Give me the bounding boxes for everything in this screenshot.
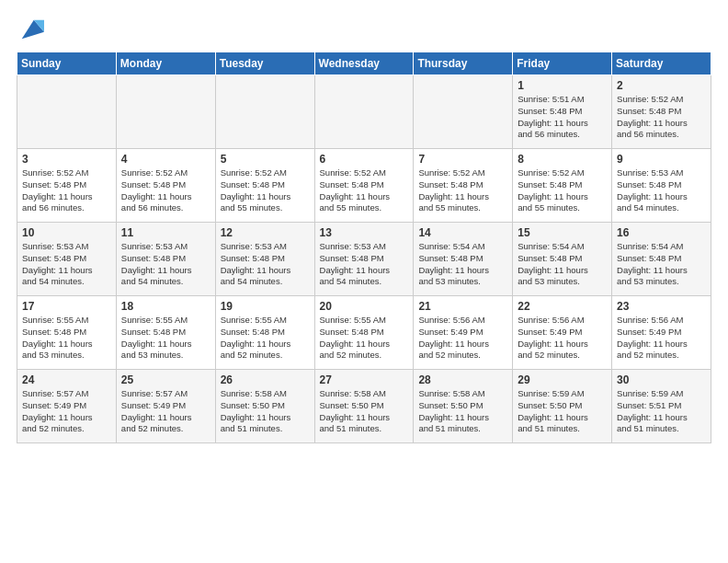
day-info: Sunrise: 5:54 AMSunset: 5:48 PMDaylight:…	[617, 241, 706, 288]
day-number: 8	[518, 153, 607, 166]
day-number: 23	[617, 300, 706, 313]
day-info: Sunrise: 5:56 AMSunset: 5:49 PMDaylight:…	[418, 315, 507, 362]
day-cell: 9Sunrise: 5:53 AMSunset: 5:48 PMDaylight…	[612, 149, 711, 223]
day-info: Sunrise: 5:56 AMSunset: 5:49 PMDaylight:…	[617, 315, 706, 362]
day-number: 12	[221, 226, 310, 239]
day-info: Sunrise: 5:55 AMSunset: 5:48 PMDaylight:…	[121, 315, 210, 362]
day-number: 11	[121, 226, 210, 239]
day-cell	[215, 75, 314, 149]
day-number: 13	[320, 226, 409, 239]
day-number: 4	[121, 153, 210, 166]
weekday-header-thursday: Thursday	[414, 52, 513, 75]
day-number: 15	[518, 226, 607, 239]
day-number: 27	[320, 373, 409, 386]
day-number: 28	[418, 373, 507, 386]
day-info: Sunrise: 5:52 AMSunset: 5:48 PMDaylight:…	[22, 167, 111, 214]
day-cell: 6Sunrise: 5:52 AMSunset: 5:48 PMDaylight…	[314, 149, 414, 223]
day-cell: 21Sunrise: 5:56 AMSunset: 5:49 PMDayligh…	[414, 296, 513, 370]
day-info: Sunrise: 5:52 AMSunset: 5:48 PMDaylight:…	[418, 167, 507, 214]
day-cell: 5Sunrise: 5:52 AMSunset: 5:48 PMDaylight…	[215, 149, 314, 223]
day-cell: 11Sunrise: 5:53 AMSunset: 5:48 PMDayligh…	[116, 223, 215, 296]
day-info: Sunrise: 5:55 AMSunset: 5:48 PMDaylight:…	[22, 315, 111, 362]
day-cell: 17Sunrise: 5:55 AMSunset: 5:48 PMDayligh…	[17, 296, 117, 370]
day-cell: 24Sunrise: 5:57 AMSunset: 5:49 PMDayligh…	[17, 370, 117, 443]
week-row-1: 1Sunrise: 5:51 AMSunset: 5:48 PMDaylight…	[17, 75, 711, 149]
calendar: SundayMondayTuesdayWednesdayThursdayFrid…	[17, 52, 711, 443]
day-info: Sunrise: 5:53 AMSunset: 5:48 PMDaylight:…	[617, 167, 706, 214]
day-cell: 8Sunrise: 5:52 AMSunset: 5:48 PMDaylight…	[513, 149, 612, 223]
page: SundayMondayTuesdayWednesdayThursdayFrid…	[0, 0, 728, 563]
day-cell: 19Sunrise: 5:55 AMSunset: 5:48 PMDayligh…	[215, 296, 314, 370]
day-info: Sunrise: 5:55 AMSunset: 5:48 PMDaylight:…	[320, 315, 409, 362]
day-number: 17	[22, 300, 111, 313]
day-cell: 26Sunrise: 5:58 AMSunset: 5:50 PMDayligh…	[215, 370, 314, 443]
week-row-2: 3Sunrise: 5:52 AMSunset: 5:48 PMDaylight…	[17, 149, 711, 223]
day-cell: 22Sunrise: 5:56 AMSunset: 5:49 PMDayligh…	[513, 296, 612, 370]
day-info: Sunrise: 5:59 AMSunset: 5:51 PMDaylight:…	[617, 388, 706, 435]
day-cell: 13Sunrise: 5:53 AMSunset: 5:48 PMDayligh…	[314, 223, 414, 296]
day-number: 18	[121, 300, 210, 313]
day-info: Sunrise: 5:52 AMSunset: 5:48 PMDaylight:…	[617, 94, 706, 141]
day-info: Sunrise: 5:53 AMSunset: 5:48 PMDaylight:…	[320, 241, 409, 288]
day-cell: 7Sunrise: 5:52 AMSunset: 5:48 PMDaylight…	[414, 149, 513, 223]
day-number: 16	[617, 226, 706, 239]
week-row-5: 24Sunrise: 5:57 AMSunset: 5:49 PMDayligh…	[17, 370, 711, 443]
day-cell: 15Sunrise: 5:54 AMSunset: 5:48 PMDayligh…	[513, 223, 612, 296]
day-number: 22	[518, 300, 607, 313]
day-cell: 28Sunrise: 5:58 AMSunset: 5:50 PMDayligh…	[414, 370, 513, 443]
day-cell: 27Sunrise: 5:58 AMSunset: 5:50 PMDayligh…	[314, 370, 414, 443]
logo	[17, 17, 44, 42]
day-cell	[17, 75, 117, 149]
day-info: Sunrise: 5:52 AMSunset: 5:48 PMDaylight:…	[221, 167, 310, 214]
day-info: Sunrise: 5:57 AMSunset: 5:49 PMDaylight:…	[121, 388, 210, 435]
day-info: Sunrise: 5:58 AMSunset: 5:50 PMDaylight:…	[320, 388, 409, 435]
day-number: 26	[221, 373, 310, 386]
day-number: 25	[121, 373, 210, 386]
weekday-header-sunday: Sunday	[17, 52, 117, 75]
day-cell: 29Sunrise: 5:59 AMSunset: 5:50 PMDayligh…	[513, 370, 612, 443]
day-cell: 23Sunrise: 5:56 AMSunset: 5:49 PMDayligh…	[612, 296, 711, 370]
day-number: 30	[617, 373, 706, 386]
day-number: 9	[617, 153, 706, 166]
day-cell: 3Sunrise: 5:52 AMSunset: 5:48 PMDaylight…	[17, 149, 117, 223]
day-number: 19	[221, 300, 310, 313]
weekday-header-saturday: Saturday	[612, 52, 711, 75]
day-number: 2	[617, 79, 706, 92]
day-number: 20	[320, 300, 409, 313]
day-cell: 10Sunrise: 5:53 AMSunset: 5:48 PMDayligh…	[17, 223, 117, 296]
header	[17, 17, 711, 42]
day-cell: 25Sunrise: 5:57 AMSunset: 5:49 PMDayligh…	[116, 370, 215, 443]
day-info: Sunrise: 5:58 AMSunset: 5:50 PMDaylight:…	[221, 388, 310, 435]
day-number: 14	[418, 226, 507, 239]
day-number: 5	[221, 153, 310, 166]
weekday-header-tuesday: Tuesday	[215, 52, 314, 75]
week-row-4: 17Sunrise: 5:55 AMSunset: 5:48 PMDayligh…	[17, 296, 711, 370]
weekday-header-row: SundayMondayTuesdayWednesdayThursdayFrid…	[17, 52, 711, 75]
day-cell: 12Sunrise: 5:53 AMSunset: 5:48 PMDayligh…	[215, 223, 314, 296]
day-cell: 14Sunrise: 5:54 AMSunset: 5:48 PMDayligh…	[414, 223, 513, 296]
day-info: Sunrise: 5:53 AMSunset: 5:48 PMDaylight:…	[22, 241, 111, 288]
day-number: 29	[518, 373, 607, 386]
day-number: 6	[320, 153, 409, 166]
day-number: 10	[22, 226, 111, 239]
day-cell: 20Sunrise: 5:55 AMSunset: 5:48 PMDayligh…	[314, 296, 414, 370]
day-cell: 2Sunrise: 5:52 AMSunset: 5:48 PMDaylight…	[612, 75, 711, 149]
day-info: Sunrise: 5:52 AMSunset: 5:48 PMDaylight:…	[320, 167, 409, 214]
day-cell: 4Sunrise: 5:52 AMSunset: 5:48 PMDaylight…	[116, 149, 215, 223]
day-info: Sunrise: 5:56 AMSunset: 5:49 PMDaylight:…	[518, 315, 607, 362]
week-row-3: 10Sunrise: 5:53 AMSunset: 5:48 PMDayligh…	[17, 223, 711, 296]
day-info: Sunrise: 5:53 AMSunset: 5:48 PMDaylight:…	[221, 241, 310, 288]
day-info: Sunrise: 5:54 AMSunset: 5:48 PMDaylight:…	[418, 241, 507, 288]
day-number: 24	[22, 373, 111, 386]
day-info: Sunrise: 5:52 AMSunset: 5:48 PMDaylight:…	[518, 167, 607, 214]
day-info: Sunrise: 5:55 AMSunset: 5:48 PMDaylight:…	[221, 315, 310, 362]
weekday-header-wednesday: Wednesday	[314, 52, 414, 75]
day-cell: 18Sunrise: 5:55 AMSunset: 5:48 PMDayligh…	[116, 296, 215, 370]
day-number: 21	[418, 300, 507, 313]
day-number: 1	[518, 79, 607, 92]
day-cell	[116, 75, 215, 149]
day-number: 7	[418, 153, 507, 166]
day-cell: 30Sunrise: 5:59 AMSunset: 5:51 PMDayligh…	[612, 370, 711, 443]
day-info: Sunrise: 5:51 AMSunset: 5:48 PMDaylight:…	[518, 94, 607, 141]
day-cell	[414, 75, 513, 149]
